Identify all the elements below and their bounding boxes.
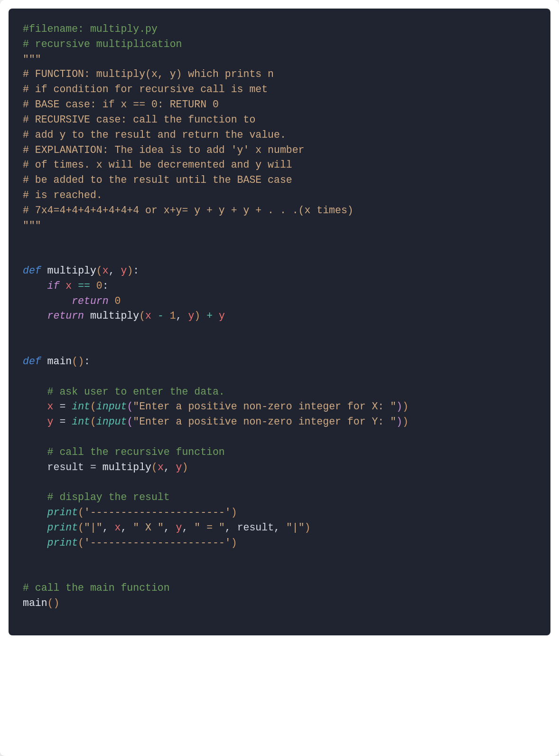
code-content: #filename: multiply.py # recursive multi… <box>23 22 536 611</box>
var-x: x <box>145 310 151 321</box>
space <box>59 280 65 292</box>
docstring-quote: """ <box>23 54 41 65</box>
var-x: x <box>65 280 72 292</box>
space <box>200 310 206 321</box>
page-frame: #filename: multiply.py # recursive multi… <box>0 0 559 756</box>
assign: = <box>54 401 72 412</box>
string-literal: "|" <box>286 522 305 533</box>
colon: : <box>133 265 139 276</box>
colon: : <box>84 356 90 367</box>
builtin-input: input <box>96 401 127 412</box>
docstring-line: # 7x4=4+4+4+4+4+4+4 or x+y= y + y + y + … <box>23 205 354 216</box>
paren: ) <box>182 462 188 473</box>
string-literal: "Enter a positive non-zero integer for Y… <box>133 416 396 427</box>
space <box>72 280 78 292</box>
op-plus: + <box>206 310 213 321</box>
keyword-return: return <box>72 295 108 307</box>
docstring-line: # BASE case: if x == 0: RETURN 0 <box>23 99 219 110</box>
string-literal: " = " <box>194 522 225 533</box>
docstring-line: # of times. x will be decremented and y … <box>23 159 292 170</box>
assign: = <box>84 462 102 473</box>
paren: ) <box>127 265 133 276</box>
indent <box>23 462 47 473</box>
paren: ) <box>396 416 402 427</box>
paren: ) <box>194 310 200 321</box>
var-y: y <box>47 416 54 427</box>
code-comment: # recursive multiplication <box>23 38 182 50</box>
paren: ) <box>396 401 402 412</box>
comma: , <box>182 522 195 533</box>
indent <box>23 446 47 458</box>
paren: ( <box>139 310 145 321</box>
paren: ( <box>90 401 96 412</box>
call-main: main <box>23 597 47 609</box>
paren: ( <box>96 265 102 276</box>
paren: ) <box>78 356 84 367</box>
indent <box>23 507 47 518</box>
paren: ) <box>402 416 409 427</box>
code-comment: # display the result <box>47 491 170 503</box>
keyword-if: if <box>47 280 60 292</box>
paren: ( <box>78 537 84 548</box>
indent <box>23 491 47 503</box>
comma: , <box>225 522 237 533</box>
string-literal: "|" <box>84 522 102 533</box>
paren: ( <box>78 507 84 518</box>
indent <box>23 295 72 307</box>
call-multiply: multiply <box>90 310 139 321</box>
var-y: y <box>219 310 225 321</box>
assign: = <box>54 416 72 427</box>
builtin-input: input <box>96 416 127 427</box>
comma: , <box>164 462 176 473</box>
var-result: result <box>47 462 84 473</box>
num-one: 1 <box>170 310 176 321</box>
paren: ( <box>72 356 78 367</box>
paren: ( <box>127 416 133 427</box>
comma: , <box>102 522 115 533</box>
space <box>151 310 158 321</box>
keyword-def: def <box>23 356 41 367</box>
indent <box>23 401 47 412</box>
param-y: y <box>121 265 127 276</box>
paren: ) <box>231 507 237 518</box>
docstring-line: # RECURSIVE case: call the function to <box>23 114 255 125</box>
function-name-multiply: multiply <box>41 265 96 276</box>
paren: ) <box>402 401 409 412</box>
var-y: y <box>188 310 194 321</box>
docstring-line: # be added to the result until the BASE … <box>23 174 292 186</box>
builtin-int: int <box>72 401 90 412</box>
paren: ( <box>127 401 133 412</box>
docstring-line: # is reached. <box>23 189 102 201</box>
comma: , <box>274 522 286 533</box>
docstring-line: # if condition for recursive call is met <box>23 84 268 95</box>
paren: ( <box>90 416 96 427</box>
space <box>109 295 115 307</box>
indent <box>23 386 47 397</box>
indent <box>23 280 47 292</box>
space <box>90 280 96 292</box>
paren: ( <box>78 522 84 533</box>
var-result: result <box>237 522 274 533</box>
keyword-def: def <box>23 265 41 276</box>
var-x: x <box>115 522 121 533</box>
docstring-line: # FUNCTION: multiply(x, y) which prints … <box>23 68 274 80</box>
op-minus: - <box>158 310 164 321</box>
indent <box>23 416 47 427</box>
indent <box>23 537 47 548</box>
var-x: x <box>158 462 164 473</box>
comma: , <box>121 522 133 533</box>
code-comment: # call the main function <box>23 582 170 594</box>
paren: ) <box>54 597 60 609</box>
var-y: y <box>176 462 182 473</box>
op-eq: == <box>78 280 90 292</box>
builtin-print: print <box>47 522 78 533</box>
comma: , <box>164 522 176 533</box>
docstring-line: # add y to the result and return the val… <box>23 129 286 141</box>
code-comment: # call the recursive function <box>47 446 225 458</box>
space <box>84 310 90 321</box>
comma: , <box>109 265 121 276</box>
function-name-main: main <box>41 356 72 367</box>
string-literal: '----------------------' <box>84 507 231 518</box>
comma: , <box>176 310 188 321</box>
space <box>164 310 170 321</box>
